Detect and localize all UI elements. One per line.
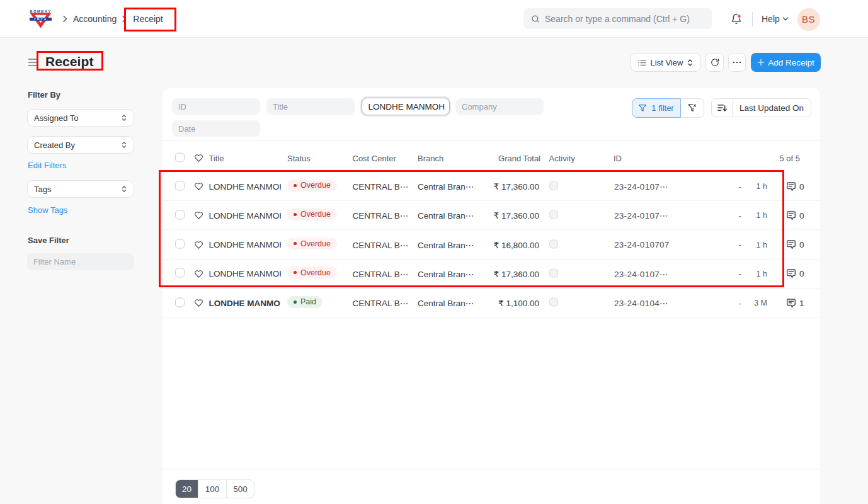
svg-text:YMCA: YMCA xyxy=(34,18,47,21)
svg-text:BOMBAY: BOMBAY xyxy=(30,9,52,13)
